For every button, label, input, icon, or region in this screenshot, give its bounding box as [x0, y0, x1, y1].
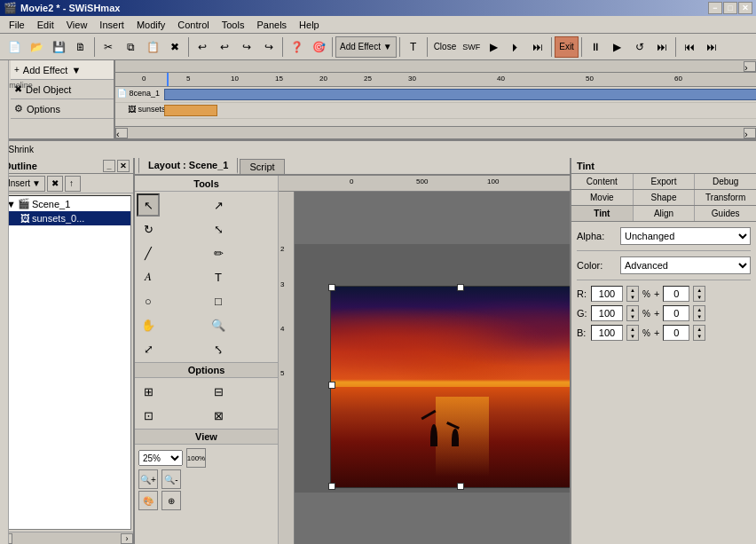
maximize-button[interactable]: □ — [723, 2, 737, 14]
menu-help[interactable]: Help — [294, 18, 325, 32]
outline-del-btn[interactable]: ✖ — [47, 176, 63, 192]
r-add-spin[interactable]: ▲ ▼ — [693, 286, 705, 302]
b-add-input[interactable]: 0 — [663, 325, 689, 341]
tab-tint[interactable]: Tint — [571, 206, 634, 221]
g-add-spin[interactable]: ▲ ▼ — [693, 305, 705, 321]
tab-movie[interactable]: Movie — [571, 190, 634, 205]
outline-scrollbar[interactable]: ‹ › — [0, 532, 133, 544]
t-text-tool[interactable]: T — [207, 265, 230, 288]
menu-control[interactable]: Control — [172, 18, 214, 32]
preview3-btn[interactable]: ⏭ — [527, 36, 548, 58]
ellipse-tool[interactable]: ○ — [137, 289, 160, 312]
tab-export[interactable]: Export — [634, 174, 696, 189]
open-button[interactable]: 📂 — [26, 36, 47, 58]
delete-button[interactable]: ✖ — [164, 36, 185, 58]
tab-transform[interactable]: Transform — [695, 190, 756, 205]
scroll-right-btn[interactable]: › — [744, 61, 756, 72]
zoom-100-btn[interactable]: 100% — [186, 448, 206, 468]
timeline-hscroll-bottom[interactable]: ‹ › — [115, 126, 756, 138]
tree-sunsets[interactable]: 🖼 sunsets_0... — [3, 211, 130, 225]
exit-btn[interactable]: Exit — [555, 36, 579, 58]
tab-layout[interactable]: Layout : Scene_1 — [138, 158, 238, 174]
handle-bl[interactable] — [328, 483, 335, 490]
help-btn[interactable]: ❓ — [286, 36, 307, 58]
r-spin-up[interactable]: ▲ — [627, 287, 638, 294]
tab-guides[interactable]: Guides — [695, 206, 756, 221]
zoom-tool[interactable]: 🔍 — [207, 313, 230, 336]
tab-align[interactable]: Align — [634, 206, 696, 221]
paste-button[interactable]: 📋 — [142, 36, 163, 58]
shrink-bar[interactable]: « Shrink — [0, 140, 756, 158]
sunset-image[interactable] — [330, 286, 570, 488]
close-button[interactable]: ✕ — [738, 2, 752, 14]
r-add-spin-up[interactable]: ▲ — [694, 287, 705, 294]
menu-view[interactable]: View — [61, 18, 93, 32]
redo2-button[interactable]: ↪ — [258, 36, 280, 58]
g-add-spin-up[interactable]: ▲ — [694, 306, 705, 313]
timeline-hscroll-top[interactable]: › — [115, 60, 756, 73]
handle-bm[interactable] — [457, 483, 464, 490]
b-spin-dn[interactable]: ▼ — [627, 333, 638, 340]
b-spin-up[interactable]: ▲ — [627, 326, 638, 333]
color-view-btn[interactable]: 🎨 — [138, 491, 158, 510]
option4-btn[interactable]: ⊠ — [207, 404, 230, 427]
b-pct-input[interactable]: 100 — [591, 325, 623, 341]
scroll-right-btn2[interactable]: › — [744, 128, 756, 138]
tab-debug[interactable]: Debug — [695, 174, 756, 189]
tab-shape[interactable]: Shape — [634, 190, 696, 205]
r-add-spin-dn[interactable]: ▼ — [694, 294, 705, 301]
zoom-out-btn[interactable]: 🔍- — [161, 469, 181, 489]
text-tool-btn[interactable]: T — [403, 36, 424, 58]
g-add-input[interactable]: 0 — [663, 305, 689, 321]
copy-button[interactable]: ⧉ — [120, 36, 141, 58]
tab-content[interactable]: Content — [571, 174, 634, 189]
loop-btn[interactable]: ↺ — [629, 36, 650, 58]
handle-tm[interactable] — [457, 284, 464, 291]
b-spin[interactable]: ▲ ▼ — [626, 325, 639, 341]
zoom-in-btn[interactable]: 🔍+ — [138, 469, 158, 489]
target-btn[interactable]: 🎯 — [308, 36, 329, 58]
select-arrow-tool[interactable]: ↖ — [137, 193, 160, 217]
option2-btn[interactable]: ⊟ — [207, 380, 230, 403]
saveas-button[interactable]: 🗎 — [70, 36, 91, 58]
options-btn[interactable]: ⚙ Options — [11, 99, 114, 119]
extra-tool1[interactable]: ⤢ — [137, 337, 160, 360]
outline-close-btn[interactable]: ✕ — [117, 160, 130, 172]
b-add-spin-up[interactable]: ▲ — [694, 326, 705, 333]
new-button[interactable]: 📄 — [4, 36, 25, 58]
r-spin-dn[interactable]: ▼ — [627, 294, 638, 301]
g-spin-dn[interactable]: ▼ — [627, 313, 638, 320]
save-button[interactable]: 💾 — [48, 36, 69, 58]
r-add-input[interactable]: 0 — [663, 286, 689, 302]
play-btn[interactable]: ⏸ — [585, 36, 606, 58]
b-add-spin[interactable]: ▲ ▼ — [693, 325, 705, 341]
handle-ml[interactable] — [328, 382, 335, 389]
b-add-spin-dn[interactable]: ▼ — [694, 333, 705, 340]
option1-btn[interactable]: ⊞ — [137, 380, 160, 403]
add-effect-icon[interactable]: Add Effect ▼ — [335, 36, 397, 58]
text-insert-tool[interactable]: 𝐴 — [137, 265, 160, 288]
menu-insert[interactable]: Insert — [94, 18, 130, 32]
menu-modify[interactable]: Modify — [131, 18, 170, 32]
close-swf-btn[interactable]: Close — [430, 36, 461, 58]
select-white-tool[interactable]: ↗ — [207, 193, 230, 217]
distort-tool[interactable]: ⤡ — [207, 217, 230, 240]
end-btn[interactable]: ⏭ — [651, 36, 673, 58]
g-spin[interactable]: ▲ ▼ — [626, 305, 639, 321]
tree-scene1[interactable]: ▼ 🎬 Scene_1 — [3, 196, 130, 211]
scroll-left-btn2[interactable]: ‹ — [115, 128, 128, 138]
outline-scroll-right[interactable]: › — [121, 533, 133, 544]
option3-btn[interactable]: ⊡ — [137, 404, 160, 427]
nav1-btn[interactable]: ⏮ — [679, 36, 700, 58]
menu-file[interactable]: File — [4, 18, 30, 32]
handle-tl[interactable] — [328, 284, 335, 291]
color-select[interactable]: Advanced Simple None — [620, 256, 751, 274]
r-pct-input[interactable]: 100 — [591, 286, 623, 302]
minimize-button[interactable]: − — [708, 2, 722, 14]
preview2-btn[interactable]: ⏵ — [505, 36, 526, 58]
outline-up-btn[interactable]: ↑ — [65, 176, 81, 192]
outline-minimize-btn[interactable]: _ — [103, 160, 115, 172]
tab-script[interactable]: Script — [240, 159, 284, 174]
g-pct-input[interactable]: 100 — [591, 305, 623, 321]
cut-button[interactable]: ✂ — [98, 36, 119, 58]
